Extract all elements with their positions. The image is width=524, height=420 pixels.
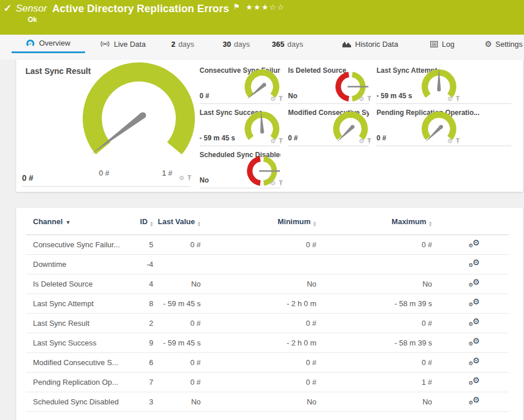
tab-live-data[interactable]: Live Data (95, 35, 150, 53)
tab-log[interactable]: Log (426, 35, 459, 53)
channel-id: 7 (130, 373, 156, 392)
gauge-settings-gear-icon[interactable]: ⚙ (359, 96, 364, 102)
channel-name: Downtime (26, 255, 130, 274)
tab-label: days (178, 40, 194, 49)
panel-separator (200, 188, 281, 188)
gauge-settings-gear-icon[interactable]: ⚙ (359, 138, 364, 144)
channel-minimum: - 2 h 0 m (205, 333, 321, 353)
tab-number: 30 (223, 40, 231, 49)
gauge-pin-icon[interactable] (367, 138, 372, 144)
column-header-maximum[interactable]: Maximum▲▼ (321, 208, 437, 235)
channel-id: 3 (130, 392, 156, 412)
channel-actions: ⚙⚙ (437, 294, 509, 314)
channel-id: 5 (130, 235, 156, 255)
table-row: Last Sync Result20 #0 #0 #⚙⚙ (26, 314, 509, 333)
gauge-settings-gear-icon[interactable]: ⚙ (179, 175, 184, 181)
log-icon (430, 41, 438, 47)
tab-overview[interactable]: Overview (12, 35, 85, 53)
table-row: Last Sync Success9- 59 m 45 s- 2 h 0 m- … (26, 333, 509, 353)
channel-actions: ⚙⚙ (437, 274, 509, 294)
channel-maximum: 1 # (321, 373, 437, 392)
channel-settings-icon[interactable]: ⚙⚙ (468, 299, 481, 309)
gauge-value: No (200, 176, 209, 184)
table-row: Consecutive Sync Failur...50 #0 #0 #⚙⚙ (26, 235, 509, 255)
priority-stars[interactable]: ★★★☆☆ (246, 3, 285, 12)
gauge-pin-icon[interactable] (278, 96, 283, 102)
gauge-pin-icon[interactable] (278, 138, 283, 144)
channel-actions: ⚙⚙ (437, 255, 509, 274)
channel-maximum: - 58 m 39 s (321, 333, 437, 353)
channel-last-value: No (156, 392, 205, 412)
channel-last-value: - 59 m 45 s (156, 294, 205, 314)
gauge-settings-gear-icon[interactable]: ⚙ (270, 180, 276, 187)
gauge-value: 0 # (377, 134, 386, 142)
gauge-pin-icon[interactable] (187, 175, 192, 181)
gauges-card: Last Sync Result 0 # 1 # 0 # ⚙ Consecuti… (16, 60, 523, 192)
channel-id: 6 (130, 353, 156, 373)
tab-365-days[interactable]: 365days (267, 35, 308, 53)
channel-minimum: - 2 h 0 m (205, 294, 321, 314)
tab-label: days (287, 40, 303, 49)
tab-2-days[interactable]: 2days (167, 35, 199, 53)
gauge-settings-gear-icon[interactable]: ⚙ (447, 96, 453, 102)
panel-separator (377, 146, 511, 146)
gauge-pin-icon[interactable] (455, 138, 460, 144)
table-row: Last Sync Attempt8- 59 m 45 s- 2 h 0 m- … (26, 294, 509, 314)
channel-maximum: No (321, 274, 437, 294)
object-kind-label: Sensor (16, 3, 47, 14)
channel-last-value: 0 # (156, 314, 205, 333)
priority-flag-icon[interactable]: ⚑ (233, 3, 240, 11)
panel-separator (377, 103, 511, 104)
sort-icon: ▲▼ (150, 221, 153, 227)
channel-name: Scheduled Sync Disabled (26, 392, 130, 412)
gauge-icon (26, 39, 35, 47)
tab-settings[interactable]: ⚙Settings (480, 35, 524, 53)
channel-maximum: 0 # (321, 235, 437, 255)
gauge-pin-icon[interactable] (367, 96, 372, 102)
last-sync-result-gauge (75, 61, 202, 159)
column-header-channel[interactable]: Channel▼ (26, 208, 130, 235)
channel-settings-icon[interactable]: ⚙⚙ (468, 318, 481, 329)
channel-settings-icon[interactable]: ⚙⚙ (468, 338, 481, 348)
channel-actions: ⚙⚙ (437, 353, 509, 373)
channel-maximum (321, 255, 437, 274)
channel-minimum: No (205, 392, 321, 412)
gauge-settings-gear-icon[interactable]: ⚙ (270, 138, 276, 144)
channel-name: Consecutive Sync Failur... (26, 235, 130, 255)
gauge-panel-last-sync-success: Last Sync Success- 59 m 45 s⚙ (200, 109, 281, 147)
gauge-scale-min: 0 # (99, 169, 109, 177)
tab-label: Overview (39, 39, 70, 47)
tab-30-days[interactable]: 30days (218, 35, 254, 53)
channel-settings-icon[interactable]: ⚙⚙ (468, 240, 481, 250)
column-header-last-value[interactable]: Last Value▲▼ (156, 208, 205, 235)
page-title: Active Directory Replication Errors (52, 3, 229, 15)
tab-historic-data[interactable]: Historic Data (338, 35, 403, 53)
sensor-overview-page: ✓ Sensor Active Directory Replication Er… (0, 0, 524, 420)
channel-maximum: 0 # (321, 353, 437, 373)
channel-last-value: 0 # (156, 353, 205, 373)
gauge-pin-icon[interactable] (455, 96, 460, 102)
channels-table: Channel▼ID▲▼Last Value▲▼Minimum▲▼Maximum… (26, 208, 509, 412)
channel-settings-icon[interactable]: ⚙⚙ (468, 279, 481, 289)
channel-id: 4 (130, 274, 156, 294)
channel-actions: ⚙⚙ (437, 235, 509, 255)
gauge-panel-modified-consecutive-sync-f: Modified Consecutive Sync F...0 #⚙ (288, 109, 369, 147)
gauge-settings-gear-icon[interactable]: ⚙ (447, 138, 453, 144)
channel-settings-icon[interactable]: ⚙⚙ (468, 259, 481, 270)
channel-actions: ⚙⚙ (437, 333, 509, 353)
channel-settings-icon[interactable]: ⚙⚙ (468, 377, 481, 388)
column-header-minimum[interactable]: Minimum▲▼ (205, 208, 321, 235)
channel-last-value: No (156, 274, 205, 294)
gauge-pin-icon[interactable] (278, 180, 283, 187)
tab-label: Log (442, 40, 455, 49)
channel-minimum (205, 255, 321, 274)
gauge-settings-gear-icon[interactable]: ⚙ (270, 96, 276, 102)
channel-minimum: 0 # (205, 353, 321, 373)
channel-settings-icon[interactable]: ⚙⚙ (468, 397, 481, 407)
status-ok-check-icon: ✓ (3, 2, 12, 15)
channel-name: Last Sync Success (26, 333, 130, 353)
channel-settings-icon[interactable]: ⚙⚙ (468, 358, 481, 368)
panel-separator (200, 146, 281, 146)
column-header-id[interactable]: ID▲▼ (130, 208, 156, 235)
tab-number: 365 (272, 40, 285, 49)
